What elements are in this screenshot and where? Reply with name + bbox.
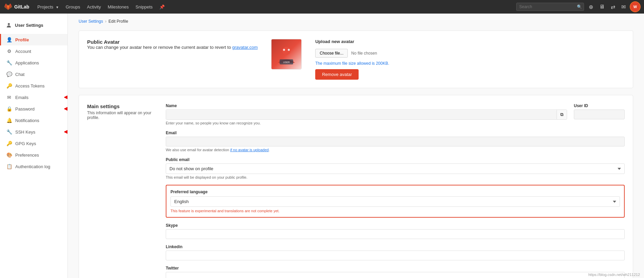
- twitter-label: Twitter: [166, 266, 625, 271]
- sidebar-label-chat: Chat: [15, 72, 24, 77]
- search-icon: 🔍: [577, 4, 582, 9]
- twitter-group: Twitter: [166, 266, 625, 278]
- sidebar-item-account[interactable]: ⚙ Account: [0, 45, 67, 57]
- nav-projects[interactable]: Projects ▼: [35, 3, 61, 11]
- user-settings-icon: [5, 22, 12, 28]
- monitor-icon[interactable]: 🖥: [598, 2, 606, 11]
- breadcrumb-parent[interactable]: User Settings: [79, 19, 103, 24]
- nav-right: 🔍 ⊕ 🖥 ⇄ ✉ W: [516, 2, 640, 12]
- avatar-description: You can change your avatar here or remov…: [87, 45, 258, 50]
- gitlab-logo[interactable]: GitLab: [4, 3, 29, 11]
- sidebar-item-profile[interactable]: 👤 Profile: [0, 34, 67, 45]
- applications-icon: 🔧: [6, 60, 12, 65]
- status-url: https://blog.csdn.net/wh211212: [588, 273, 640, 277]
- avatar-detection-link[interactable]: if no avatar is uploaded: [230, 148, 269, 152]
- nav-snippets[interactable]: Snippets: [133, 3, 156, 11]
- merge-request-icon[interactable]: ⇄: [609, 2, 617, 12]
- sidebar-title: User Settings: [15, 23, 43, 28]
- ssh-keys-icon: 🔧: [6, 129, 12, 135]
- password-icon: 🔒: [6, 106, 12, 112]
- choose-file-button[interactable]: Choose file...: [315, 49, 348, 58]
- nav-milestones[interactable]: Milestones: [105, 3, 132, 11]
- preferences-icon: 🎨: [6, 152, 12, 158]
- file-chooser: Choose file... No file chosen: [315, 49, 389, 58]
- sidebar-header: User Settings: [0, 19, 67, 34]
- email-row: Email We also use email for avatar detec…: [166, 131, 625, 152]
- skype-input[interactable]: [166, 229, 625, 239]
- email-input[interactable]: [166, 137, 625, 146]
- sidebar-item-chat[interactable]: 💬 Chat: [0, 68, 67, 80]
- email-label: Email: [166, 131, 625, 135]
- file-size-note: The maximum file size allowed is 200KB.: [315, 61, 389, 66]
- public-email-select[interactable]: Do not show on profile Show email on pro…: [166, 163, 625, 174]
- settings-description: Main settings This information will appe…: [87, 103, 155, 278]
- linkedin-label: Linkedin: [166, 244, 625, 249]
- linkedin-group: Linkedin: [166, 244, 625, 260]
- name-input[interactable]: [166, 110, 557, 119]
- account-icon: ⚙: [6, 48, 12, 54]
- preferred-language-group: Preferred language English Deutsch Españ…: [166, 185, 625, 218]
- sidebar-item-notifications[interactable]: 🔔 Notifications: [0, 115, 67, 126]
- nav-pin[interactable]: 📌: [157, 3, 167, 11]
- email-group: Email We also use email for avatar detec…: [166, 131, 625, 152]
- breadcrumb: User Settings › Edit Profile: [79, 19, 633, 24]
- app-name: GitLab: [14, 4, 29, 9]
- public-email-group: Public email Do not show on profile Show…: [166, 157, 625, 179]
- main-content: User Settings › Edit Profile Public Avat…: [68, 14, 644, 278]
- nav-groups[interactable]: Groups: [63, 3, 83, 11]
- emails-arrow: [64, 92, 68, 102]
- sidebar-item-gpg-keys[interactable]: 🔑 GPG Keys: [0, 138, 67, 149]
- issues-icon[interactable]: ✉: [620, 2, 627, 12]
- sidebar-item-preferences[interactable]: 🎨 Preferences: [0, 149, 67, 161]
- twitter-row: Twitter: [166, 266, 625, 278]
- gravatar-link[interactable]: gravatar.com: [232, 45, 258, 50]
- twitter-input[interactable]: [166, 272, 625, 278]
- nav-activity[interactable]: Activity: [84, 3, 103, 11]
- sidebar-item-access-tokens[interactable]: 🔑 Access Tokens: [0, 80, 67, 92]
- settings-title: Main settings: [87, 103, 155, 109]
- skype-group: Skype: [166, 223, 625, 239]
- user-id-input[interactable]: [574, 110, 625, 119]
- sidebar-item-ssh-keys[interactable]: 🔧 SSH Keys: [0, 126, 67, 138]
- sidebar-label-auth-log: Authentication log: [15, 164, 50, 169]
- no-file-text: No file chosen: [351, 51, 377, 56]
- sidebar-label-preferences: Preferences: [15, 153, 39, 158]
- gpg-keys-icon: 🔑: [6, 141, 12, 146]
- svg-point-0: [8, 23, 10, 25]
- svg-point-4: [282, 47, 290, 55]
- upload-title: Upload new avatar: [315, 39, 389, 44]
- sidebar-item-password[interactable]: 🔒 Password: [0, 103, 67, 115]
- name-copy-btn[interactable]: ⧉: [557, 110, 567, 119]
- preferred-language-hint: This feature is experimental and transla…: [170, 209, 620, 213]
- sidebar-item-auth-log[interactable]: 📋 Authentication log: [0, 161, 67, 172]
- password-arrow: [64, 104, 68, 114]
- linkedin-input[interactable]: [166, 251, 625, 260]
- remove-avatar-button[interactable]: Remove avatar: [315, 69, 359, 80]
- avatar-svg: USER: [275, 42, 298, 66]
- nav-links: Projects ▼ Groups Activity Milestones Sn…: [35, 3, 167, 11]
- sidebar-item-emails[interactable]: ✉ Emails: [0, 92, 67, 103]
- skype-row: Skype: [166, 223, 625, 239]
- chat-icon: 💬: [6, 72, 12, 77]
- avatar-info: Public Avatar You can change your avatar…: [87, 39, 258, 50]
- avatar-section-inner: Public Avatar You can change your avatar…: [87, 39, 625, 80]
- status-bar: https://blog.csdn.net/wh211212: [584, 271, 644, 278]
- breadcrumb-separator: ›: [105, 19, 106, 24]
- emails-icon: ✉: [6, 95, 12, 100]
- profile-icon: 👤: [6, 37, 12, 42]
- name-hint: Enter your name, so people you know can …: [166, 121, 567, 125]
- user-avatar-btn[interactable]: W: [630, 2, 640, 12]
- svg-point-6: [288, 49, 290, 51]
- preferred-language-select[interactable]: English Deutsch Español Français 日本語: [170, 196, 620, 207]
- search-input[interactable]: [516, 3, 584, 11]
- new-item-icon[interactable]: ⊕: [587, 2, 595, 12]
- auth-log-icon: 📋: [6, 164, 12, 169]
- public-email-label: Public email: [166, 157, 625, 162]
- sidebar-label-password: Password: [15, 106, 35, 112]
- page-layout: User Settings 👤 Profile ⚙ Account 🔧 Appl…: [0, 14, 644, 278]
- public-email-row: Public email Do not show on profile Show…: [166, 157, 625, 179]
- avatar-title: Public Avatar: [87, 39, 258, 45]
- name-input-wrapper: ⧉: [166, 110, 567, 120]
- notifications-icon: 🔔: [6, 118, 12, 123]
- sidebar-item-applications[interactable]: 🔧 Applications: [0, 57, 67, 68]
